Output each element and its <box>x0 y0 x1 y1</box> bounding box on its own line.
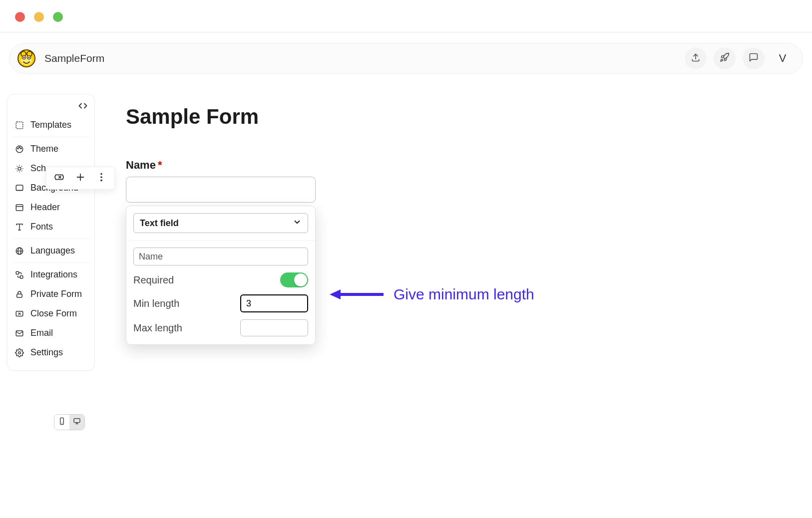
svg-point-35 <box>100 176 102 178</box>
header-icon <box>14 203 24 213</box>
svg-point-6 <box>23 57 25 58</box>
annotation-text: Give minimum length <box>394 286 534 303</box>
user-avatar[interactable]: V <box>772 47 794 69</box>
svg-rect-22 <box>16 271 18 274</box>
sidebar-item-label: Settings <box>30 347 63 358</box>
type-icon <box>14 222 24 232</box>
templates-icon <box>14 120 24 130</box>
popover-separator <box>126 240 315 241</box>
svg-marker-43 <box>330 289 341 299</box>
sidebar-item-languages[interactable]: Languages <box>7 241 94 260</box>
sidebar-item-label: Theme <box>30 144 58 154</box>
form-title[interactable]: Sample Form <box>126 105 525 129</box>
min-length-row: Min length <box>133 294 308 312</box>
sidebar-item-close-form[interactable]: Close Form <box>7 304 94 323</box>
svg-rect-37 <box>60 418 64 424</box>
max-length-row: Max length <box>133 319 308 336</box>
required-row: Required <box>133 272 308 287</box>
field-type-select[interactable]: Text field <box>133 213 308 233</box>
mobile-preview-button[interactable] <box>54 415 69 430</box>
sidebar-item-label: Templates <box>30 120 71 130</box>
plus-icon <box>75 172 86 185</box>
field-settings-popover: Text field Required Min length Max lengt… <box>126 206 316 345</box>
max-length-input[interactable] <box>240 319 308 336</box>
gear-icon <box>14 348 24 358</box>
delete-field-button[interactable] <box>52 171 66 185</box>
svg-point-29 <box>18 351 21 354</box>
code-icon <box>78 101 87 112</box>
integrations-icon <box>14 270 24 280</box>
svg-point-36 <box>100 180 102 182</box>
sidebar-item-header[interactable]: Header <box>7 198 94 217</box>
sidebar-item-integrations[interactable]: Integrations <box>7 265 94 284</box>
sun-icon <box>14 164 24 174</box>
export-button[interactable] <box>685 47 707 69</box>
sidebar-item-label: Languages <box>30 246 75 256</box>
device-preview-toggle <box>54 414 85 430</box>
desktop-icon <box>73 417 81 427</box>
sidebar-item-label: Header <box>30 202 60 213</box>
app-logo-icon <box>17 49 35 67</box>
mobile-icon <box>58 417 66 427</box>
topbar: SampleForm V <box>9 43 803 74</box>
maximize-window-button[interactable] <box>53 12 63 22</box>
name-input[interactable] <box>126 177 316 203</box>
more-options-button[interactable] <box>94 171 108 185</box>
document-title[interactable]: SampleForm <box>44 52 104 64</box>
svg-point-10 <box>17 148 18 149</box>
field-label-text: Name <box>126 159 156 171</box>
svg-rect-14 <box>16 185 23 191</box>
sidebar-item-label: Email <box>30 328 53 338</box>
sidebar-item-private-form[interactable]: Private Form <box>7 284 94 304</box>
sidebar-separator <box>12 137 89 137</box>
required-star: * <box>158 159 162 171</box>
sidebar-item-label: Fonts <box>30 222 53 232</box>
close-window-button[interactable] <box>15 12 25 22</box>
chevron-down-icon <box>293 218 302 229</box>
svg-rect-8 <box>16 122 23 129</box>
rocket-icon <box>720 52 730 64</box>
required-toggle[interactable] <box>280 272 308 287</box>
close-form-icon <box>14 309 24 319</box>
sidebar-separator <box>12 262 89 263</box>
code-view-button[interactable] <box>7 99 94 115</box>
sidebar-item-label: Integrations <box>30 269 77 280</box>
window-traffic-lights <box>15 12 63 22</box>
field-name-input[interactable] <box>133 248 308 265</box>
globe-icon <box>14 246 24 256</box>
svg-point-13 <box>18 167 21 170</box>
svg-rect-23 <box>20 275 23 278</box>
sidebar-item-settings[interactable]: Settings <box>7 343 94 362</box>
kebab-icon <box>96 172 107 185</box>
sidebar-item-label: Close Form <box>30 308 77 319</box>
minimize-window-button[interactable] <box>34 12 44 22</box>
min-length-label: Min length <box>133 298 179 309</box>
field-toolbar <box>46 167 115 190</box>
svg-point-7 <box>28 57 30 58</box>
comments-button[interactable] <box>743 47 765 69</box>
chat-icon <box>749 52 759 64</box>
sidebar-item-fonts[interactable]: Fonts <box>7 217 94 237</box>
desktop-preview-button[interactable] <box>69 415 84 430</box>
sidebar-item-email[interactable]: Email <box>7 323 94 343</box>
field-label: Name* <box>126 159 525 172</box>
svg-rect-15 <box>16 205 23 211</box>
add-field-button[interactable] <box>73 171 87 185</box>
field-type-label: Text field <box>140 218 179 229</box>
svg-point-34 <box>100 173 102 175</box>
background-icon <box>14 183 24 193</box>
sidebar-item-label: Private Form <box>30 289 82 299</box>
svg-point-11 <box>19 147 20 148</box>
min-length-input[interactable] <box>240 294 308 312</box>
delete-icon <box>54 172 65 185</box>
sidebar-item-templates[interactable]: Templates <box>7 115 94 135</box>
lock-icon <box>14 289 24 299</box>
launch-button[interactable] <box>714 47 736 69</box>
svg-rect-39 <box>74 419 80 423</box>
toggle-knob <box>294 273 307 286</box>
upload-icon <box>691 52 701 64</box>
palette-icon <box>14 144 24 154</box>
svg-rect-24 <box>17 294 22 297</box>
sidebar-item-theme[interactable]: Theme <box>7 139 94 159</box>
required-label: Required <box>133 274 174 286</box>
